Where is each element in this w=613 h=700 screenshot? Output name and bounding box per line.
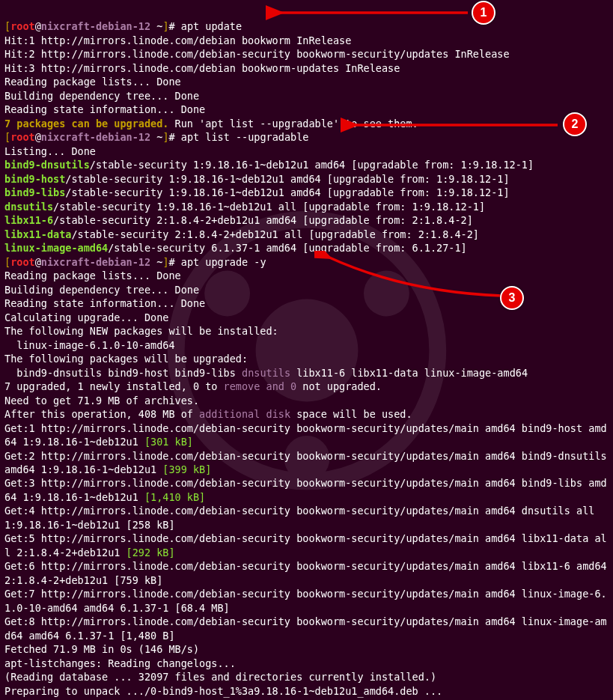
pkg-row: bind9-host/stable-security 1:9.18.16-1~d… (4, 173, 510, 185)
out1-upgradable-count: 7 packages can be upgraded. (4, 118, 168, 130)
get-line: Get:6 http://mirrors.linode.com/debian-s… (4, 560, 613, 585)
out3-changelog: apt-listchanges: Reading changelogs... (4, 657, 236, 669)
get-line: Get:1 http://mirrors.linode.com/debian-s… (4, 422, 607, 448)
out3-prep1: Preparing to unpack .../0-bind9-host_1%3… (4, 685, 442, 697)
pkg-row: bind9-dnsutils/stable-security 1:9.18.16… (4, 159, 534, 171)
out3-up-title: The following packages will be upgraded: (4, 353, 248, 365)
out1-hit2: Hit:2 http://mirrors.linode.com/debian-s… (4, 48, 510, 60)
out3-up-pkgs: bind9-dnsutils bind9-host bind9-libs dns… (4, 367, 528, 379)
get-line: Get:4 http://mirrors.linode.com/debian-s… (4, 505, 601, 530)
prompt-2: [root@nixcraft-debian-12 ~]# (4, 131, 175, 143)
out3-need: Need to get 71.9 MB of archives. (4, 395, 199, 407)
out3-readdb: (Reading database ... 32097 files and di… (4, 671, 436, 683)
out3-reading: Reading package lists... Done (4, 270, 181, 281)
out3-new-title: The following NEW packages will be insta… (4, 325, 278, 337)
out3-fetched: Fetched 71.9 MB in 0s (146 MB/s) (4, 643, 199, 655)
get-line: Get:7 http://mirrors.linode.com/debian-s… (4, 588, 607, 613)
get-line: Get:3 http://mirrors.linode.com/debian-s… (4, 477, 607, 502)
prompt-3: [root@nixcraft-debian-12 ~]# (4, 256, 175, 268)
out1-hit1: Hit:1 http://mirrors.linode.com/debian b… (4, 34, 351, 46)
command-3: apt upgrade -y (181, 256, 266, 268)
out3-new-pkgs: linux-image-6.1.0-10-amd64 (4, 339, 175, 351)
out3-summary: 7 upgraded, 1 newly installed, 0 to remo… (4, 380, 382, 392)
get-line: Get:5 http://mirrors.linode.com/debian-s… (4, 532, 607, 558)
out1-reading: Reading package lists... Done (4, 76, 181, 88)
out3-building: Building dependency tree... Done (4, 284, 199, 296)
command-2: apt list --upgradable (181, 131, 309, 143)
out3-calc: Calculating upgrade... Done (4, 311, 168, 323)
out1-upgradable-hint: Run 'apt list --upgradable' to see them. (168, 118, 418, 130)
pkg-row: libx11-data/stable-security 2:1.8.4-2+de… (4, 228, 479, 240)
out3-state: Reading state information... Done (4, 297, 205, 309)
get-line: Get:8 http://mirrors.linode.com/debian-s… (4, 615, 607, 641)
pkg-row: linux-image-amd64/stable-security 6.1.37… (4, 242, 467, 254)
pkg-row: libx11-6/stable-security 2:1.8.4-2+deb12… (4, 214, 473, 226)
out3-after: After this operation, 408 MB of addition… (4, 408, 412, 420)
prompt-1: [root@nixcraft-debian-12 ~]# (4, 20, 175, 32)
out1-building: Building dependency tree... Done (4, 90, 199, 102)
pkg-row: bind9-libs/stable-security 1:9.18.16-1~d… (4, 186, 510, 198)
get-line: Get:2 http://mirrors.linode.com/debian-s… (4, 450, 613, 475)
pkg-row: dnsutils/stable-security 1:9.18.16-1~deb… (4, 201, 485, 213)
command-1: apt update (181, 20, 242, 32)
out1-hit3: Hit:3 http://mirrors.linode.com/debian b… (4, 62, 400, 74)
out1-state: Reading state information... Done (4, 103, 205, 115)
terminal-output: [root@nixcraft-debian-12 ~]# apt update … (0, 0, 613, 700)
out2-listing: Listing... Done (4, 145, 96, 157)
